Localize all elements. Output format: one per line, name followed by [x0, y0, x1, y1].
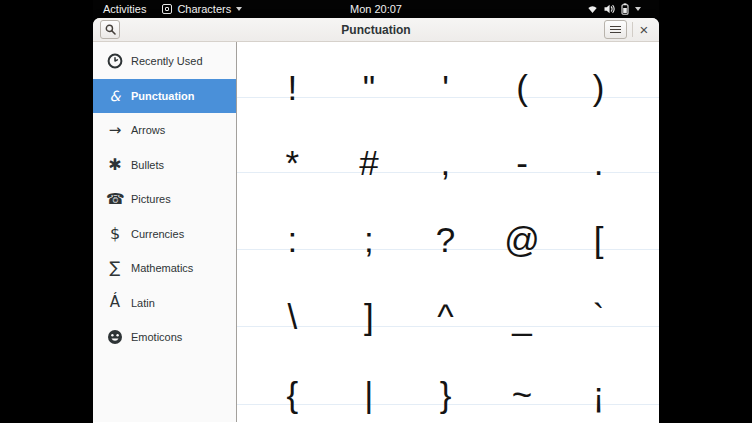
character-glyph: "	[363, 70, 375, 105]
character-cell[interactable]: @	[484, 222, 561, 249]
character-row: * # , - .	[237, 98, 659, 173]
character-cell[interactable]: `	[560, 299, 637, 326]
character-cell[interactable]: !	[254, 70, 331, 97]
character-glyph: ]	[364, 299, 374, 334]
system-tray[interactable]	[587, 0, 641, 18]
character-cell[interactable]: ,	[407, 145, 484, 172]
sidebar-item-latin[interactable]: Á Latin	[93, 286, 236, 321]
character-cell[interactable]: ~	[484, 377, 561, 404]
close-button[interactable]: ×	[636, 20, 652, 39]
character-cell[interactable]: )	[560, 70, 637, 97]
character-cell[interactable]: (	[484, 70, 561, 97]
character-glyph: ;	[364, 222, 374, 257]
page-title: Punctuation	[93, 23, 659, 37]
sidebar-item-label: Arrows	[131, 124, 165, 136]
character-cell[interactable]: _	[484, 299, 561, 326]
character-glyph: )	[593, 70, 605, 105]
character-glyph: }	[440, 377, 452, 412]
arrow-right-icon: →	[106, 123, 124, 138]
telephone-icon: ☎	[106, 192, 124, 207]
character-glyph: :	[287, 222, 297, 257]
character-glyph: `	[593, 299, 605, 334]
network-wireless-icon	[587, 4, 598, 14]
character-cell[interactable]: ]	[331, 299, 408, 326]
asterisk-icon: ✱	[106, 157, 124, 173]
sidebar-item-currencies[interactable]: $ Currencies	[93, 217, 236, 252]
character-cell[interactable]: "	[331, 70, 408, 97]
header-bar: Punctuation ×	[93, 18, 659, 42]
character-glyph: -	[516, 145, 528, 180]
character-grid: ! " ' ( ) * # , - . : ; ? @ [ \	[237, 42, 659, 422]
clock-icon	[106, 53, 124, 69]
character-glyph: (	[516, 70, 528, 105]
sidebar-item-label: Bullets	[131, 159, 164, 171]
sidebar-item-label: Currencies	[131, 228, 184, 240]
character-cell[interactable]: '	[407, 70, 484, 97]
character-glyph: #	[359, 145, 378, 180]
character-glyph: \	[287, 299, 297, 334]
character-cell[interactable]: ¡	[560, 377, 637, 404]
sidebar-item-label: Latin	[131, 297, 155, 309]
search-button[interactable]	[100, 20, 120, 39]
sidebar-item-recently-used[interactable]: Recently Used	[93, 44, 236, 79]
sidebar-item-arrows[interactable]: → Arrows	[93, 113, 236, 148]
sidebar-item-emoticons[interactable]: Emoticons	[93, 320, 236, 355]
character-cell[interactable]: [	[560, 222, 637, 249]
character-row: \ ] ^ _ `	[237, 250, 659, 327]
character-cell[interactable]: {	[254, 377, 331, 404]
sidebar-item-punctuation[interactable]: & Punctuation	[93, 79, 236, 114]
sidebar-item-label: Mathematics	[131, 262, 193, 274]
character-row: ! " ' ( )	[237, 42, 659, 98]
character-glyph: .	[594, 145, 604, 180]
character-glyph: @	[504, 222, 540, 257]
sidebar-item-bullets[interactable]: ✱ Bullets	[93, 148, 236, 183]
character-row: : ; ? @ [	[237, 173, 659, 250]
character-glyph: [	[594, 222, 604, 257]
character-cell[interactable]: ?	[407, 222, 484, 249]
sidebar-item-label: Pictures	[131, 193, 171, 205]
character-cell[interactable]: }	[407, 377, 484, 404]
sidebar-item-pictures[interactable]: ☎ Pictures	[93, 182, 236, 217]
menu-button[interactable]	[604, 20, 627, 39]
character-glyph: ~	[512, 377, 532, 412]
character-cell[interactable]: ;	[331, 222, 408, 249]
character-row: { | } ~ ¡	[237, 327, 659, 405]
a-acute-icon: Á	[106, 295, 124, 310]
search-icon	[105, 24, 116, 35]
gnome-top-bar: Activities Characters Mon 20:07	[93, 0, 659, 18]
clock[interactable]: Mon 20:07	[93, 3, 659, 15]
character-cell[interactable]: :	[254, 222, 331, 249]
character-cell[interactable]: \	[254, 299, 331, 326]
characters-window: Punctuation × Recentl	[93, 18, 659, 423]
character-glyph: !	[287, 70, 297, 105]
character-cell[interactable]: -	[484, 145, 561, 172]
category-sidebar: Recently Used & Punctuation → Arrows ✱ B…	[93, 42, 237, 422]
character-cell[interactable]: .	[560, 145, 637, 172]
sidebar-item-label: Recently Used	[131, 55, 203, 67]
caret-down-icon	[635, 7, 641, 11]
character-glyph: ,	[441, 145, 451, 180]
hamburger-menu-icon	[610, 26, 621, 33]
smiley-icon	[106, 329, 124, 345]
character-cell[interactable]: |	[331, 377, 408, 404]
character-glyph: |	[364, 377, 373, 412]
character-glyph: ?	[436, 222, 455, 257]
sidebar-item-label: Emoticons	[131, 331, 182, 343]
character-glyph: '	[442, 70, 449, 105]
character-glyph: {	[286, 377, 298, 412]
volume-icon	[604, 4, 615, 14]
header-separator	[632, 22, 633, 37]
character-glyph: ^	[437, 299, 453, 334]
sidebar-item-label: Punctuation	[131, 90, 195, 102]
character-cell[interactable]: ^	[407, 299, 484, 326]
character-cell[interactable]: *	[254, 145, 331, 172]
ampersand-icon: &	[106, 89, 124, 103]
character-glyph: *	[285, 145, 299, 180]
sidebar-item-mathematics[interactable]: ∑ Mathematics	[93, 251, 236, 286]
close-icon: ×	[640, 21, 649, 38]
battery-icon	[621, 3, 629, 15]
character-glyph: _	[512, 299, 531, 334]
character-glyph: ¡	[593, 377, 605, 412]
dollar-icon: $	[106, 226, 124, 242]
character-cell[interactable]: #	[331, 145, 408, 172]
